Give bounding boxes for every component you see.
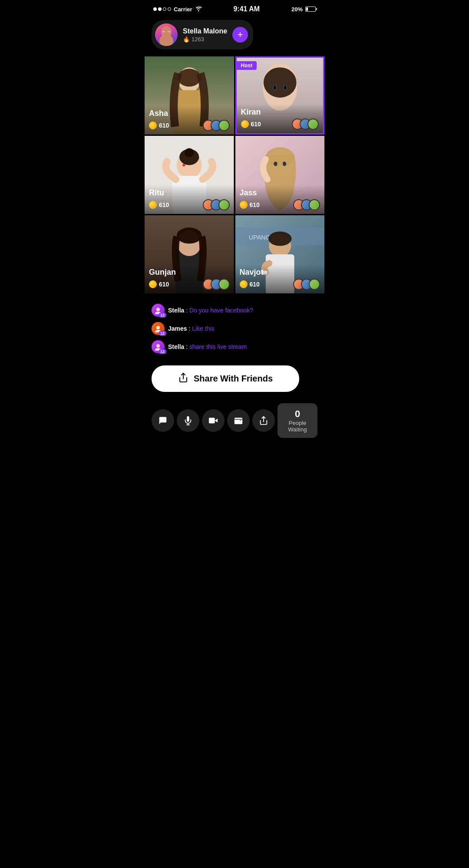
avatar [155,23,178,46]
svg-point-27 [282,161,286,166]
mic-button[interactable] [177,409,199,432]
chat-separator-1: : [186,307,189,314]
cell-overlay-gunjan: Gunjan 610 [145,264,234,293]
chat-message-text-2: Like this [192,325,214,332]
cell-bottom-jass: 610 [240,199,320,210]
status-right: 20% [291,6,316,13]
chat-username-1: Stella [168,307,184,314]
video-cell-asha[interactable]: Asha 610 [145,56,234,135]
chat-text-1: Stella : Do you have facebook? [168,307,253,314]
video-cell-kiran[interactable]: Host Kiran 610 [235,56,325,135]
avatar-stack-kiran [292,118,319,130]
wifi-icon [195,6,202,13]
video-button[interactable] [202,409,225,432]
svg-point-16 [284,85,286,90]
cell-name-kiran: Kiran [241,108,319,117]
host-name: Stella Malone [183,27,227,35]
battery-icon [305,7,316,12]
wallet-button[interactable] [227,409,250,432]
cell-bottom-asha: 610 [149,120,230,131]
mini-avatar-g3 [218,279,230,290]
cell-overlay-asha: Asha 610 [145,105,234,135]
share-icon [178,372,188,385]
chat-text-3: Stella : share this live stream [168,343,247,350]
chat-avatar-wrap-1: 12 [152,304,165,317]
cell-bottom-kiran: 610 [241,118,319,130]
host-score: 🔥 1263 [183,36,227,43]
host-score-value: 1263 [192,36,204,43]
coin-score-jass: 610 [240,201,260,209]
svg-point-22 [182,164,185,166]
cell-bottom-ritu: 610 [149,199,230,210]
cell-overlay-navjot: Navjot 610 [235,264,325,293]
share-icon-button[interactable] [252,409,275,432]
add-button[interactable]: + [232,27,248,43]
avatar-image [155,23,178,46]
chat-text-2: James : Like this [168,325,215,332]
mini-avatar-r3 [218,199,230,210]
video-cell-ritu[interactable]: Ritu 610 [145,136,234,214]
chat-message-1: 12 Stella : Do you have facebook? [152,304,317,317]
coin-value-ritu: 610 [159,201,169,208]
cell-overlay-jass: Jass 610 [235,185,325,214]
host-card: Stella Malone 🔥 1263 + [152,20,253,49]
avatar-stack-asha [203,120,230,131]
chat-username-3: Stella [168,343,184,350]
cell-bottom-navjot: 610 [240,279,320,290]
dot-1 [153,7,157,11]
chat-badge-2: 12 [159,331,166,336]
mini-avatar-k3 [307,118,319,130]
coin-icon-navjot [240,280,248,288]
cell-name-gunjan: Gunjan [149,268,230,277]
share-with-friends-button[interactable]: Share With Friends [152,365,299,392]
coin-value-navjot: 610 [250,281,260,288]
mini-avatar-j3 [309,199,320,210]
svg-point-12 [263,67,296,98]
chat-area: 12 Stella : Do you have facebook? 12 Jam… [145,300,324,364]
chat-message-2: 12 James : Like this [152,322,317,335]
chat-username-2: James [168,325,187,332]
status-left: Carrier [153,6,202,13]
cell-name-jass: Jass [240,188,320,197]
cell-name-ritu: Ritu [149,188,230,197]
coin-icon-ritu [149,201,157,209]
cell-name-navjot: Navjot [240,268,320,277]
host-badge: Host [237,61,257,70]
video-cell-navjot[interactable]: UPANC Navjot 610 [235,215,325,293]
chat-message-text-3: share this live stream [189,343,247,350]
people-waiting-box: 0 People Waiting [277,403,317,438]
bottom-bar: 0 People Waiting [145,399,324,442]
battery-fill [306,7,308,11]
svg-point-1 [159,35,173,46]
coin-icon-kiran [241,120,249,128]
dot-2 [158,7,162,11]
svg-rect-49 [209,418,215,424]
avatar-stack-navjot [293,279,320,290]
svg-rect-50 [234,418,242,424]
chat-separator-3: : [186,343,189,350]
signal-dots [153,7,171,11]
svg-text:UPANC: UPANC [248,234,270,241]
coin-value-jass: 610 [250,201,260,208]
people-waiting-label: People Waiting [281,420,314,433]
coin-icon-gunjan [149,280,157,288]
svg-point-31 [177,227,202,243]
video-cell-jass[interactable]: Jass 610 [235,136,325,214]
chat-button[interactable] [152,409,174,432]
chat-badge-1: 12 [159,312,166,318]
host-info: Stella Malone 🔥 1263 [183,27,227,43]
dot-3 [163,7,166,11]
chat-message-3: 12 Stella : share this live stream [152,340,317,353]
coin-score-navjot: 610 [240,280,260,288]
chat-avatar-wrap-3: 12 [152,340,165,353]
svg-point-43 [156,344,160,348]
people-waiting-count: 0 [295,408,300,420]
svg-rect-5 [168,30,170,31]
cell-name-asha: Asha [149,109,230,118]
svg-point-21 [185,148,194,157]
battery-percent: 20% [291,6,303,13]
share-button-label: Share With Friends [194,374,273,384]
share-section: Share With Friends [145,364,324,399]
video-cell-gunjan[interactable]: Gunjan 610 [145,215,234,293]
avatar-stack-gunjan [203,279,230,290]
